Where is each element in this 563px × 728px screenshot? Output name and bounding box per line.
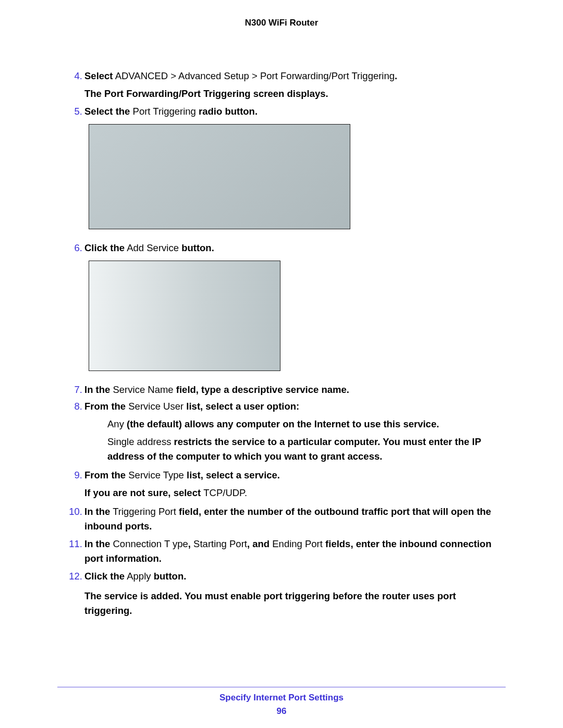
text: Starting Port [193, 538, 247, 549]
step-number: 5. [65, 104, 82, 119]
step-10: 10. In the Triggering Port field, enter … [57, 504, 506, 534]
step-number: 4. [65, 69, 82, 83]
text-bold: If you are not sure, select [84, 487, 203, 498]
step-7: 7. In the Service Name field, type a des… [57, 382, 506, 397]
step-subtext: If you are not sure, select TCP/UDP. [84, 486, 506, 500]
text-bold: In the [84, 384, 113, 395]
step-subtext: The Port Forwarding/Port Triggering scre… [84, 87, 506, 101]
step-11: 11. In the Connection T ype, Starting Po… [57, 537, 506, 566]
text: Triggering Port [110, 506, 179, 517]
footer-page-number: 96 [0, 706, 563, 717]
text-bold: radio button. [199, 106, 258, 117]
page-header: N300 WiFi Router [57, 18, 506, 28]
text-bold: From the [84, 470, 128, 480]
text-bold: Click the [84, 242, 125, 253]
step-number: 7. [65, 382, 82, 397]
step-5: 5. Select the Port Triggering radio butt… [57, 104, 506, 229]
text-bold: list, select a user option: [186, 401, 299, 412]
step-8: 8. From the Service User list, select a … [57, 399, 506, 464]
screenshot-placeholder-large [89, 124, 350, 229]
text-bold: field, type a descriptive service name. [176, 384, 349, 395]
text: Apply [125, 571, 154, 582]
text-bold: Select [84, 70, 113, 81]
text-bold: Select the [84, 106, 130, 117]
text: Add Service [125, 242, 181, 253]
text: Single address [107, 436, 171, 447]
text-bold: In the [84, 538, 113, 549]
step-number: 9. [65, 468, 82, 483]
footer-divider [57, 687, 506, 687]
text-bold: list, select a service. [187, 470, 280, 480]
step-number: 12. [65, 569, 82, 584]
text: Service Type [128, 470, 187, 480]
text: TCP/UDP. [203, 487, 247, 498]
step-6: 6. Click the Add Service button. [57, 241, 506, 371]
step-12: 12. Click the Apply button. The service … [57, 569, 506, 618]
footer-section-title: Specify Internet Port Settings [0, 693, 563, 703]
step-number: 10. [65, 504, 82, 519]
text: Port Triggering [130, 106, 199, 117]
text-bold: button. [181, 242, 214, 253]
text: Ending Port [272, 538, 325, 549]
text-bold: restricts the service to a particular co… [171, 436, 380, 447]
step-4: 4. Select ADVANCED > Advanced Setup > Po… [57, 69, 506, 101]
text: Connection T ype [113, 538, 188, 549]
text: ADVANCED > Advanced Setup > Port Forward… [113, 70, 395, 81]
step-9: 9. From the Service Type list, select a … [57, 468, 506, 500]
document-page: N300 WiFi Router 4. Select ADVANCED > Ad… [0, 0, 563, 728]
text-bold: , and [247, 538, 272, 549]
text: Any [107, 418, 124, 429]
text-bold: , [188, 538, 193, 549]
text-bold: From the [84, 401, 128, 412]
option-single-address: Single address restricts the service to … [84, 435, 506, 464]
text-bold: (the default) allows any computer on the… [124, 418, 439, 429]
text: Service Name [113, 384, 176, 395]
text: Service User [128, 401, 186, 412]
instruction-list: 4. Select ADVANCED > Advanced Setup > Po… [57, 69, 506, 618]
step-number: 11. [65, 537, 82, 551]
step-number: 8. [65, 399, 82, 414]
text-bold: button. [154, 571, 187, 582]
screenshot-placeholder-small [89, 261, 280, 371]
step-number: 6. [65, 241, 82, 255]
text-bold: . [395, 70, 397, 81]
option-any: Any (the default) allows any computer on… [84, 417, 506, 431]
step-subtext: The service is added. You must enable po… [84, 589, 506, 618]
text-bold: Click the [84, 571, 125, 582]
text-bold: In the [84, 506, 110, 517]
